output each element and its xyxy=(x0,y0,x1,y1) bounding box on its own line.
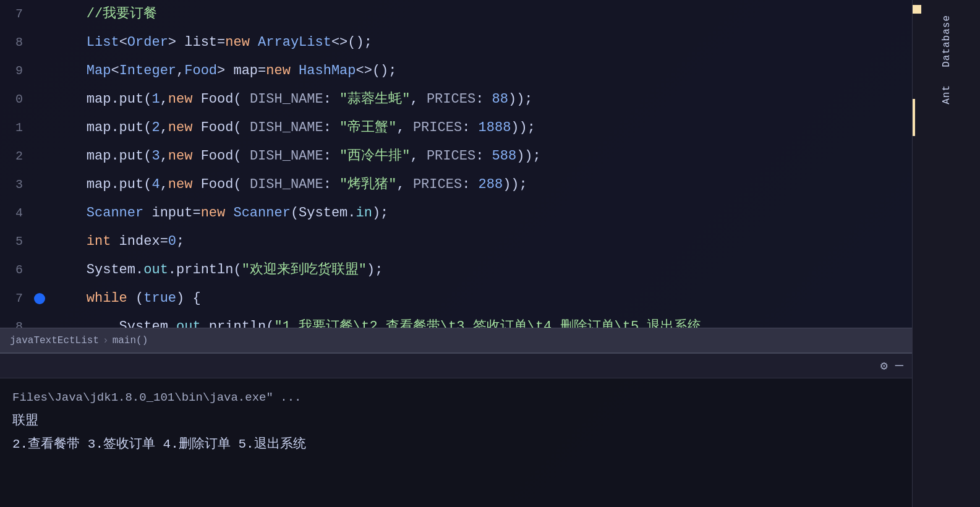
sidebar-indicator xyxy=(913,5,921,14)
line-content: Scanner input=new Scanner(System.in); xyxy=(48,199,912,228)
code-line: 7 //我要订餐 xyxy=(0,0,912,28)
code-line: 1 map.put(2,new Food( DISH_NAME: "帝王蟹", … xyxy=(0,114,912,142)
code-container: 7 //我要订餐8 List<Order> list=new ArrayList… xyxy=(0,0,912,337)
minimize-icon[interactable]: — xyxy=(895,358,903,373)
line-content: map.put(2,new Food( DISH_NAME: "帝王蟹", PR… xyxy=(48,114,912,142)
line-content: //我要订餐 xyxy=(48,0,912,28)
terminal-content: Files\Java\jdk1.8.0_101\bin\java.exe" ..… xyxy=(0,378,912,464)
code-line: 4 Scanner input=new Scanner(System.in); xyxy=(0,199,912,228)
code-line: 8 List<Order> list=new ArrayList<>(); xyxy=(0,28,912,57)
line-number: 7 xyxy=(0,0,34,28)
breadcrumb-file: javaTextEctList xyxy=(10,335,99,346)
code-line: 2 map.put(3,new Food( DISH_NAME: "西冷牛排",… xyxy=(0,142,912,171)
line-number: 1 xyxy=(0,114,34,142)
sidebar-tab-database[interactable]: Database xyxy=(936,6,957,76)
line-number: 6 xyxy=(0,256,34,284)
settings-icon[interactable]: ⚙ xyxy=(880,358,888,373)
line-number: 9 xyxy=(0,57,34,85)
line-number: 7 xyxy=(0,284,34,313)
line-number: 8 xyxy=(0,28,34,57)
sidebar-line xyxy=(913,99,915,136)
terminal-panel: ⚙ — Files\Java\jdk1.8.0_101\bin\java.exe… xyxy=(0,352,912,507)
right-sidebar: Database Ant xyxy=(912,0,980,507)
breadcrumb-separator: › xyxy=(103,335,109,346)
code-line: 6 System.out.println("欢迎来到吃货联盟"); xyxy=(0,256,912,284)
code-line: 3 map.put(4,new Food( DISH_NAME: "烤乳猪", … xyxy=(0,171,912,199)
line-content: map.put(1,new Food( DISH_NAME: "蒜蓉生蚝", P… xyxy=(48,85,912,114)
code-line: 0 map.put(1,new Food( DISH_NAME: "蒜蓉生蚝",… xyxy=(0,85,912,114)
line-number: 0 xyxy=(0,85,34,114)
line-content: List<Order> list=new ArrayList<>(); xyxy=(48,28,912,57)
line-content: while (true) { xyxy=(48,284,912,313)
line-content: int index=0; xyxy=(48,228,912,256)
code-line: 5 int index=0; xyxy=(0,228,912,256)
terminal-toolbar: ⚙ — xyxy=(0,354,912,378)
line-number: 5 xyxy=(0,228,34,256)
line-number: 3 xyxy=(0,171,34,199)
terminal-output-2: 2.查看餐带 3.签收订单 4.删除订单 5.退出系统 xyxy=(12,433,900,456)
line-number: 2 xyxy=(0,142,34,171)
line-content: System.out.println("欢迎来到吃货联盟"); xyxy=(48,256,912,284)
terminal-command-line: Files\Java\jdk1.8.0_101\bin\java.exe" ..… xyxy=(12,386,900,409)
breakpoint-dot xyxy=(34,293,45,304)
line-number: 4 xyxy=(0,199,34,228)
line-content: map.put(4,new Food( DISH_NAME: "烤乳猪", PR… xyxy=(48,171,912,199)
breadcrumb-method: main() xyxy=(113,335,148,346)
code-line: 7 while (true) { xyxy=(0,284,912,313)
sidebar-tab-ant[interactable]: Ant xyxy=(936,76,957,113)
status-bar: javaTextEctList › main() xyxy=(0,328,912,352)
terminal-output-1: 联盟 xyxy=(12,409,900,433)
code-line: 9 Map<Integer,Food> map=new HashMap<>(); xyxy=(0,57,912,85)
line-content: map.put(3,new Food( DISH_NAME: "西冷牛排", P… xyxy=(48,142,912,171)
line-content: Map<Integer,Food> map=new HashMap<>(); xyxy=(48,57,912,85)
editor-panel: 7 //我要订餐8 List<Order> list=new ArrayList… xyxy=(0,0,912,337)
